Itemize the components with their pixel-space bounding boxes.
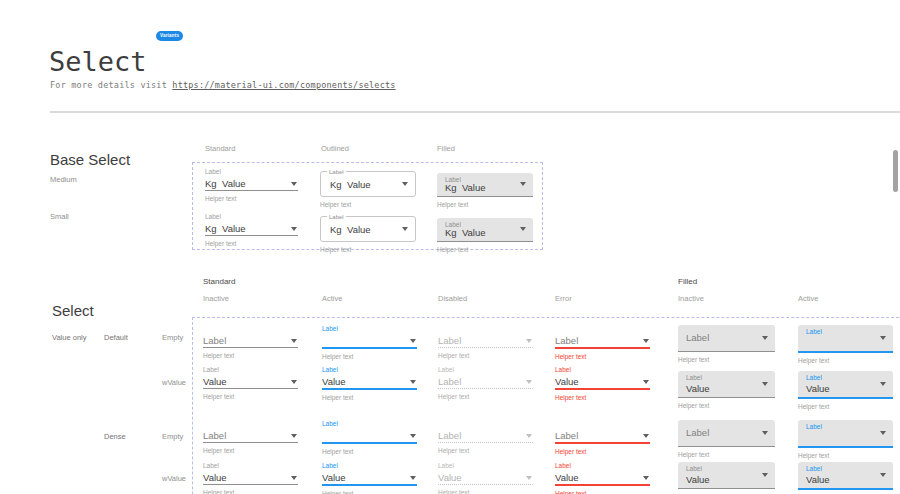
dropdown-arrow-icon — [520, 227, 526, 231]
row-mode-wvalue-dense: wValue — [162, 474, 186, 483]
select-control[interactable]: LabelValue — [678, 462, 775, 489]
select-control[interactable]: Label — [203, 333, 298, 348]
row-mode-empty-dense: Empty — [162, 432, 183, 441]
select-control[interactable]: Value — [438, 470, 533, 485]
helper-text: Helper text — [205, 195, 298, 202]
dropdown-arrow-icon — [402, 227, 408, 231]
column-header-filled-active: Active — [798, 294, 818, 303]
select-filled-active: LabelValueHelper text — [798, 462, 893, 494]
select-control[interactable]: Label — [203, 428, 298, 443]
select-adornment: Kg — [330, 224, 342, 235]
select-control[interactable]: Label — [798, 420, 893, 448]
select-filled-inactive: LabelValueHelper text — [678, 462, 775, 494]
select-control[interactable]: Value — [555, 470, 650, 486]
column-header-outlined: Outlined — [321, 144, 349, 153]
select-heading: Select — [52, 302, 94, 319]
select-value: Value — [555, 376, 579, 387]
select-control[interactable]: Label — [438, 333, 533, 348]
select-label — [555, 324, 650, 333]
select-control[interactable]: Label — [798, 325, 893, 353]
select-control[interactable]: LabelValue — [798, 462, 893, 490]
select-label: Label — [322, 324, 417, 333]
dropdown-arrow-icon — [762, 336, 768, 340]
select-value: Value — [555, 472, 579, 483]
select-control[interactable] — [322, 428, 417, 444]
helper-text: Helper text — [203, 393, 298, 400]
helper-text: Helper text — [320, 246, 416, 253]
select-standard-inactive: LabelValueHelper text — [203, 461, 298, 494]
select-value: Value — [438, 472, 462, 483]
select-adornment: Kg — [205, 178, 217, 189]
select-control[interactable]: Label — [678, 420, 775, 447]
helper-text: Helper text — [320, 201, 416, 208]
dropdown-arrow-icon — [291, 227, 297, 231]
scrollbar-thumb[interactable] — [893, 150, 898, 192]
select-standard-inactive: LabelValueHelper text — [203, 365, 298, 400]
select-control[interactable]: Label — [678, 325, 775, 352]
select-control[interactable]: LabelKgValue — [320, 171, 416, 197]
column-header-active: Active — [322, 294, 342, 303]
select-control[interactable]: Value — [322, 470, 417, 486]
dropdown-arrow-icon — [291, 380, 297, 384]
select-control[interactable]: Label — [555, 428, 650, 444]
helper-text: Helper text — [555, 394, 650, 401]
select-filled-small: LabelKg ValueHelper text — [437, 212, 533, 253]
helper-text: Helper text — [205, 240, 298, 247]
select-control[interactable]: KgValue — [205, 221, 298, 236]
dropdown-arrow-icon — [643, 380, 649, 384]
dropdown-arrow-icon — [880, 336, 886, 340]
row-label-medium: Medium — [50, 175, 77, 184]
dropdown-arrow-icon — [762, 431, 768, 435]
select-outlined-medium: LabelKgValueHelper text — [320, 167, 416, 208]
select-label: Label — [806, 328, 822, 335]
select-filled-inactive: LabelHelper text — [678, 325, 775, 363]
select-control[interactable] — [322, 333, 417, 349]
helper-text: Helper text — [798, 452, 893, 459]
dropdown-arrow-icon — [520, 182, 526, 186]
helper-text: Helper text — [438, 447, 533, 454]
helper-text: Helper text — [678, 356, 775, 363]
select-standard-active: LabelValueHelper text — [322, 365, 417, 401]
group-header-standard: Standard — [203, 277, 235, 286]
select-control[interactable]: LabelValue — [678, 371, 775, 398]
select-control[interactable]: Value — [203, 374, 298, 389]
select-label: Label — [327, 168, 346, 176]
row-label-value-only: Value only — [52, 333, 86, 342]
select-control[interactable]: LabelKg Value — [437, 218, 533, 242]
select-filled-active: LabelHelper text — [798, 420, 893, 459]
select-standard-medium: LabelKgValueHelper text — [205, 167, 298, 202]
select-control[interactable]: Value — [203, 470, 298, 485]
select-control[interactable]: Value — [322, 374, 417, 390]
select-control[interactable]: Label — [438, 374, 533, 389]
docs-link[interactable]: https://material-ui.com/components/selec… — [172, 80, 395, 90]
select-control[interactable]: LabelKg Value — [437, 173, 533, 197]
helper-text: Helper text — [798, 357, 893, 364]
helper-text: Helper text — [678, 451, 775, 458]
select-control[interactable]: Label — [438, 428, 533, 443]
select-standard-disabled: LabelLabelHelper text — [438, 365, 533, 400]
helper-text: Helper text — [437, 246, 533, 253]
select-value: Value — [806, 474, 830, 485]
select-value: Label — [203, 335, 226, 346]
dropdown-arrow-icon — [526, 339, 532, 343]
page: Select Variants For more details visit h… — [0, 0, 900, 494]
select-standard-error: LabelValueHelper text — [555, 461, 650, 494]
select-filled-medium: LabelKg ValueHelper text — [437, 167, 533, 208]
select-label: Label — [686, 465, 702, 472]
select-label: Label — [438, 365, 533, 374]
select-standard-inactive: LabelHelper text — [203, 419, 298, 454]
select-value: Label — [686, 420, 709, 446]
column-header-filled-inactive: Inactive — [678, 294, 704, 303]
select-standard-active: LabelValueHelper text — [322, 461, 417, 494]
helper-text: Helper text — [322, 490, 417, 494]
helper-text: Helper text — [322, 448, 417, 455]
select-control[interactable]: LabelValue — [798, 371, 893, 399]
variants-badge[interactable]: Variants — [156, 31, 183, 41]
column-header-error: Error — [555, 294, 572, 303]
select-control[interactable]: KgValue — [205, 176, 298, 191]
helper-text: Helper text — [322, 353, 417, 360]
select-control[interactable]: Label — [555, 333, 650, 349]
select-label: Label — [203, 461, 298, 470]
select-control[interactable]: LabelKgValue — [320, 216, 416, 242]
select-control[interactable]: Value — [555, 374, 650, 390]
